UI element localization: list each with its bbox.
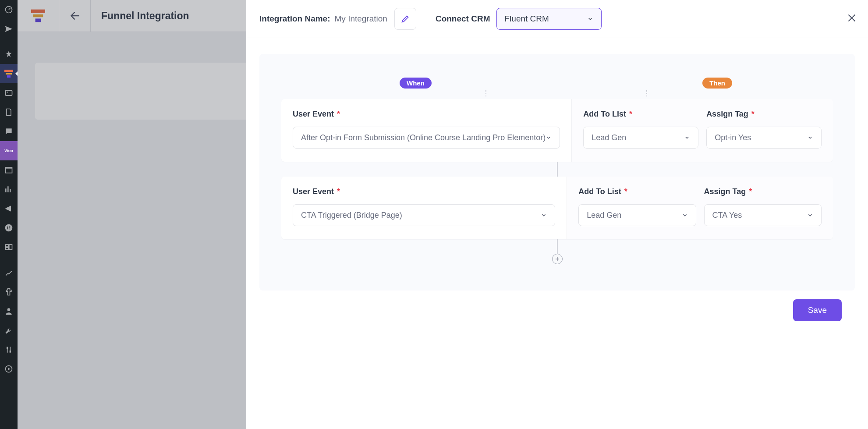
- rule-connector: [557, 162, 558, 177]
- sidebar-plugins[interactable]: [0, 282, 18, 301]
- sidebar-pages[interactable]: [0, 103, 18, 122]
- dash-right: [646, 90, 647, 96]
- rule-row: User Event * After Opt-in Form Submissio…: [281, 99, 833, 162]
- assign-tag-select[interactable]: Opt-in Yes: [706, 127, 822, 149]
- sidebar-funnel-item[interactable]: [0, 64, 18, 83]
- edit-name-button[interactable]: [394, 8, 416, 30]
- pencil-icon: [400, 14, 410, 24]
- add-to-list-label: Add To List *: [578, 187, 696, 196]
- assign-tag-select[interactable]: CTA Yes: [704, 204, 822, 226]
- sidebar-play[interactable]: [0, 359, 18, 379]
- dash-left: [485, 90, 486, 96]
- svg-rect-3: [6, 168, 12, 173]
- sidebar-separator: [0, 39, 18, 45]
- chevron-down-icon: [546, 135, 552, 141]
- sidebar-archive[interactable]: [0, 160, 18, 180]
- panel-body: When Then User Event * After Opt-in Form…: [246, 38, 868, 429]
- svg-point-6: [7, 308, 11, 311]
- funnel-icon: [4, 70, 13, 78]
- panel-footer: Save: [259, 291, 855, 334]
- sidebar-tools[interactable]: [0, 321, 18, 340]
- connect-crm-select[interactable]: Fluent CRM: [496, 8, 602, 30]
- save-button[interactable]: Save: [793, 299, 842, 321]
- rule-connector-bottom: [557, 239, 558, 254]
- user-event-select[interactable]: CTA Triggered (Bridge Page): [293, 204, 555, 226]
- user-event-label: User Event *: [293, 187, 555, 196]
- sidebar-comments[interactable]: [0, 122, 18, 141]
- chevron-down-icon: [682, 212, 688, 218]
- svg-rect-4: [5, 167, 13, 168]
- when-pill: When: [400, 78, 432, 89]
- sidebar-woo[interactable]: Woo: [0, 141, 18, 160]
- sidebar-pin[interactable]: [0, 45, 18, 64]
- assign-tag-label: Assign Tag *: [704, 187, 822, 196]
- assign-tag-label: Assign Tag *: [706, 110, 822, 119]
- sidebar-users[interactable]: [0, 301, 18, 321]
- sidebar-media[interactable]: [0, 83, 18, 103]
- plus-icon: [555, 256, 560, 262]
- sidebar-marketing[interactable]: [0, 199, 18, 218]
- connect-crm-value: Fluent CRM: [505, 14, 549, 24]
- svg-point-2: [7, 92, 8, 93]
- sidebar-dashboard[interactable]: [0, 0, 18, 19]
- svg-rect-8: [10, 351, 11, 353]
- chevron-down-icon: [807, 135, 813, 141]
- add-to-list-select[interactable]: Lead Gen: [583, 127, 698, 149]
- svg-rect-1: [6, 90, 12, 96]
- add-rule-button[interactable]: [552, 254, 563, 264]
- chevron-down-icon: [587, 16, 593, 22]
- user-event-select[interactable]: After Opt-in Form Submission (Online Cou…: [293, 127, 560, 149]
- user-event-label: User Event *: [293, 110, 560, 119]
- chevron-down-icon: [807, 212, 813, 218]
- add-to-list-label: Add To List *: [583, 110, 698, 119]
- connect-crm-label: Connect CRM: [436, 14, 490, 24]
- sidebar-elementor[interactable]: [0, 218, 18, 238]
- wp-admin-sidebar: Woo: [0, 0, 18, 429]
- sidebar-templates[interactable]: [0, 238, 18, 257]
- close-panel-button[interactable]: [846, 12, 857, 25]
- sidebar-separator-2: [0, 257, 18, 263]
- pill-row: When Then: [281, 78, 833, 89]
- dash-row: [281, 89, 833, 99]
- add-rule-row: [281, 254, 833, 264]
- sidebar-appearance[interactable]: [0, 263, 18, 282]
- svg-rect-7: [7, 347, 8, 349]
- add-to-list-select[interactable]: Lead Gen: [578, 204, 696, 226]
- integration-name-value: My Integration: [335, 14, 387, 24]
- integration-name-label: Integration Name:: [259, 14, 330, 24]
- then-pill: Then: [702, 78, 732, 89]
- chevron-down-icon: [541, 212, 547, 218]
- chevron-down-icon: [684, 135, 690, 141]
- sidebar-mail[interactable]: [0, 19, 18, 39]
- close-icon: [846, 12, 857, 24]
- panel-header: Integration Name: My Integration Connect…: [246, 0, 868, 38]
- sidebar-analytics[interactable]: [0, 180, 18, 199]
- sidebar-settings[interactable]: [0, 340, 18, 359]
- rule-row: User Event * CTA Triggered (Bridge Page)…: [281, 177, 833, 239]
- rules-board: When Then User Event * After Opt-in Form…: [259, 54, 855, 291]
- integration-panel: Integration Name: My Integration Connect…: [246, 0, 868, 429]
